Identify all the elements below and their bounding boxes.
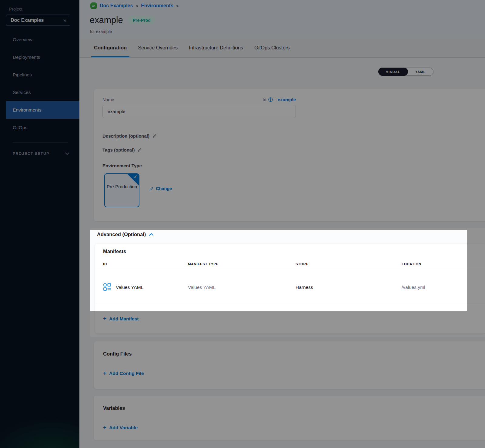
project-name: Doc Examples — [11, 18, 44, 23]
add-variable-button[interactable]: + Add Variable — [103, 425, 138, 431]
manifest-store: Harness — [296, 285, 402, 290]
plus-icon: + — [103, 315, 106, 322]
col-manifest-type: MANIFEST TYPE — [188, 262, 296, 266]
variables-card: Variables + Add Variable — [94, 396, 485, 440]
manifest-location: /values.yml — [402, 285, 485, 290]
tab-gitops-clusters[interactable]: GitOps Clusters — [254, 38, 289, 57]
variables-title: Variables — [103, 405, 125, 411]
description-label-text: Description (optional) — [102, 133, 149, 139]
project-label: Project — [9, 7, 22, 12]
manifest-type: Values YAML — [188, 285, 296, 290]
breadcrumb-separator: > — [135, 3, 138, 8]
breadcrumb-environments-link[interactable]: Environments — [141, 3, 173, 8]
tab-configuration[interactable]: Configuration — [94, 38, 127, 57]
manifests-title: Manifests — [103, 249, 126, 254]
name-label: Name — [102, 97, 114, 102]
chevron-down-icon — [65, 152, 69, 155]
add-config-file-button[interactable]: + Add Config File — [103, 370, 144, 376]
chevron-up-icon — [149, 233, 153, 236]
page-header: ∞ Doc Examples > Environments > example … — [79, 0, 485, 38]
sidebar-item-services[interactable]: Services — [0, 84, 79, 101]
plus-icon: + — [103, 370, 106, 376]
sidebar-nav: Overview Deployments Pipelines Services … — [0, 31, 79, 136]
col-store: STORE — [296, 262, 402, 266]
advanced-section: Advanced (Optional) Manifests ID MANIFES… — [90, 228, 485, 337]
environment-form-card: Name Id : example Description (optional) — [94, 89, 485, 221]
manifest-table-row[interactable]: Values YAML Values YAML Harness /values.… — [95, 269, 485, 305]
add-variable-label: Add Variable — [109, 425, 138, 430]
id-separator: : — [275, 97, 276, 102]
tab-service-overrides[interactable]: Service Overrides — [138, 38, 178, 57]
environment-type-card-preproduction[interactable]: ✓ Pre-Production — [104, 173, 139, 207]
sidebar-divider — [13, 142, 68, 143]
project-setup-label: PROJECT SETUP — [13, 152, 49, 156]
sidebar-item-gitops[interactable]: GitOps — [0, 119, 79, 136]
change-label: Change — [156, 186, 172, 191]
breadcrumb-project-link[interactable]: Doc Examples — [100, 3, 133, 8]
manifest-id: Values YAML — [116, 285, 143, 290]
config-files-title: Config Files — [103, 351, 132, 357]
config-files-card: Config Files + Add Config File — [94, 341, 485, 389]
change-env-type-link[interactable]: Change — [149, 186, 172, 191]
advanced-title: Advanced (Optional) — [97, 232, 146, 237]
sidebar-item-overview[interactable]: Overview — [0, 31, 79, 48]
edit-description-icon[interactable] — [152, 134, 157, 139]
add-manifest-button[interactable]: + Add Manifest — [103, 316, 139, 322]
entity-id: Id: example — [90, 29, 112, 34]
project-setup-toggle[interactable]: PROJECT SETUP — [13, 152, 69, 156]
values-manifest-icon — [103, 283, 111, 292]
main-area: ∞ Doc Examples > Environments > example … — [79, 0, 485, 448]
name-input[interactable] — [102, 105, 296, 118]
cd-module-icon: ∞ — [90, 2, 97, 9]
sidebar-decor-hill — [0, 403, 79, 448]
tags-label: Tags (optional) — [102, 147, 142, 152]
toggle-visual[interactable]: VISUAL — [378, 68, 408, 76]
check-icon: ✓ — [134, 174, 137, 179]
visual-yaml-toggle[interactable]: VISUAL YAML — [378, 68, 433, 76]
environment-type-value: Pre-Production — [105, 183, 139, 190]
content-area: VISUAL YAML Name Id : example — [79, 58, 485, 448]
info-icon[interactable] — [268, 97, 273, 102]
id-label: Id — [263, 97, 266, 102]
plus-icon: + — [103, 424, 106, 431]
sidebar: Project Doc Examples » Overview Deployme… — [0, 0, 79, 448]
tags-label-text: Tags (optional) — [102, 147, 135, 152]
description-label: Description (optional) — [102, 133, 157, 139]
add-manifest-label: Add Manifest — [109, 316, 139, 322]
breadcrumb-separator: > — [176, 3, 179, 8]
manifests-table-header: ID MANIFEST TYPE STORE LOCATION — [95, 259, 485, 269]
environment-type-label: Environment Type — [102, 163, 142, 168]
sidebar-item-deployments[interactable]: Deployments — [0, 48, 79, 66]
env-type-badge: Pre-Prod — [128, 16, 155, 24]
toggle-yaml[interactable]: YAML — [408, 68, 433, 75]
project-selector[interactable]: Doc Examples » — [6, 15, 70, 26]
manifests-card: Manifests ID MANIFEST TYPE STORE LOCATIO… — [95, 244, 485, 333]
advanced-accordion-toggle[interactable]: Advanced (Optional) — [97, 232, 153, 237]
col-id: ID — [103, 262, 188, 266]
id-value-link[interactable]: example — [278, 97, 296, 102]
sidebar-item-pipelines[interactable]: Pipelines — [0, 66, 79, 84]
page-title: example — [90, 15, 123, 25]
tab-bar: Configuration Service Overrides Infrastr… — [79, 38, 485, 58]
edit-pencil-icon — [149, 186, 154, 191]
edit-tags-icon[interactable] — [137, 148, 142, 152]
tab-infrastructure-definitions[interactable]: Infrastructure Definitions — [189, 38, 243, 57]
expand-sidebar-icon[interactable]: » — [64, 17, 66, 23]
breadcrumb: ∞ Doc Examples > Environments > — [90, 2, 179, 9]
col-location: LOCATION — [402, 262, 485, 266]
add-config-file-label: Add Config File — [109, 371, 144, 376]
sidebar-item-environments[interactable]: Environments — [6, 101, 79, 119]
